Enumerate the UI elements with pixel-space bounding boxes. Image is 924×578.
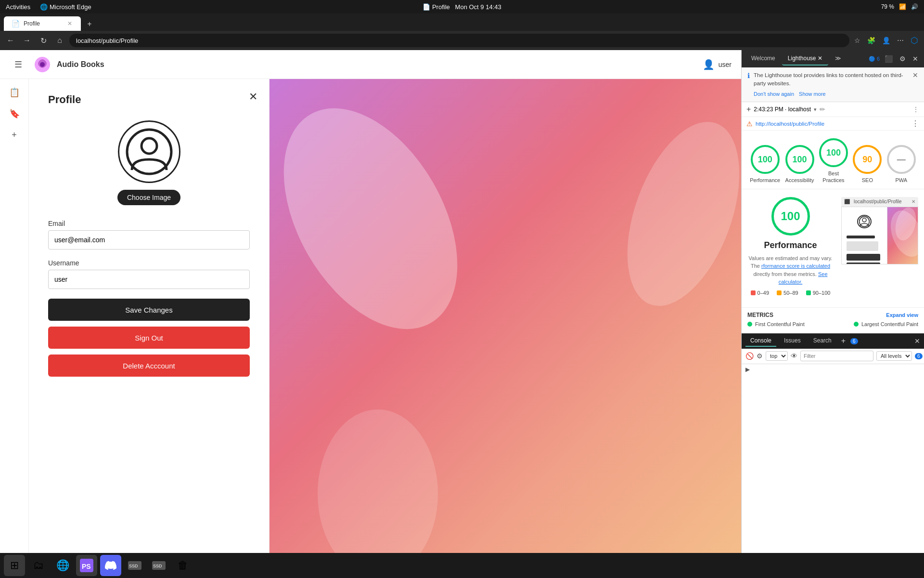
console-content: ▶	[742, 364, 924, 379]
devtools-tab-welcome[interactable]: Welcome	[745, 52, 781, 66]
console-filter-input[interactable]	[800, 351, 873, 361]
legend-pass: 90–100	[806, 290, 831, 296]
sign-out-btn[interactable]: Sign Out	[48, 327, 250, 349]
sidebar-doc-icon[interactable]: 📋	[6, 84, 23, 101]
app-indicator: 🌐 Microsoft Edge	[40, 3, 91, 11]
legend-fail: 0–49	[751, 290, 769, 296]
scores-area: 100 Performance 100 Accessibility 100 Be…	[742, 131, 924, 189]
close-profile-btn[interactable]: ✕	[249, 91, 257, 103]
devtools-tab-group: Welcome Lighthouse ✕ ≫	[745, 52, 847, 66]
warning-icon: ⚠	[746, 120, 753, 128]
taskbar-ssd2-btn[interactable]: SSD	[148, 555, 169, 576]
score-best-practices: 100 BestPractices	[819, 138, 848, 184]
profile-form-area: Profile ✕ Choose Image E	[29, 79, 270, 578]
add-run-btn[interactable]: +	[746, 105, 751, 114]
legend-fail-dot	[751, 290, 756, 295]
refresh-btn[interactable]: ↻	[37, 34, 50, 47]
deco-shape-1	[270, 79, 493, 359]
svg-text:SSD: SSD	[153, 564, 162, 568]
notice-close-btn[interactable]: ✕	[912, 71, 918, 79]
devtools-tab-more[interactable]: ≫	[829, 52, 847, 66]
network-icon: 📶	[899, 3, 906, 10]
best-practices-circle: 100	[819, 138, 848, 167]
svg-point-1	[40, 62, 45, 67]
forward-btn[interactable]: →	[20, 34, 34, 47]
extensions-icon[interactable]: 🧩	[865, 35, 877, 46]
show-more-link[interactable]: Show more	[799, 90, 826, 98]
home-btn[interactable]: ⌂	[53, 34, 66, 47]
save-changes-btn[interactable]: Save Changes	[48, 299, 250, 321]
url-more-btn[interactable]: ⋮	[911, 119, 919, 128]
user-area[interactable]: 👤 user	[703, 59, 732, 70]
clear-console-icon[interactable]: 🚫	[745, 352, 754, 360]
tab-close-btn[interactable]: ✕	[66, 19, 73, 28]
eye-icon[interactable]: 👁	[791, 352, 797, 360]
accessibility-circle: 100	[785, 145, 814, 174]
thumb-close-btn[interactable]: ✕	[911, 199, 915, 204]
settings-btn[interactable]: ⚙	[898, 54, 908, 64]
console-add-btn[interactable]: +	[839, 336, 847, 346]
issues-tab[interactable]: Issues	[779, 335, 806, 347]
console-tab[interactable]: Console	[745, 335, 776, 347]
new-tab-btn[interactable]: +	[83, 17, 96, 31]
run-label: 2:43:23 PM · localhost	[754, 106, 811, 113]
top-select[interactable]: top	[766, 351, 788, 361]
sidebar-add-icon[interactable]: +	[6, 126, 23, 144]
thumb-body	[841, 207, 918, 264]
devtools-icons: 🔵 6 ⬛ ⚙ ✕	[869, 54, 920, 64]
levels-select[interactable]: All levels	[876, 351, 912, 361]
perf-score-link[interactable]: rformance score is calculated	[761, 263, 830, 269]
thumb-line-4	[847, 263, 880, 264]
sidebar-bookmark-icon[interactable]: 🔖	[6, 105, 23, 122]
devtools-close-btn[interactable]: ✕	[911, 54, 920, 64]
devtools-tab-lighthouse[interactable]: Lighthouse ✕	[782, 52, 828, 66]
performance-label: Performance	[750, 177, 780, 184]
console-expand-arrow[interactable]: ▶	[745, 366, 750, 373]
thumb-avatar	[857, 215, 872, 228]
taskbar-discord-btn[interactable]	[100, 555, 121, 576]
more-menu-icon[interactable]: ⋯	[895, 35, 906, 46]
edit-run-btn[interactable]: ✏	[820, 105, 825, 113]
avatar-section: Choose Image	[48, 120, 250, 205]
choose-image-btn[interactable]: Choose Image	[117, 190, 180, 205]
metrics-title: METRICS	[747, 312, 773, 318]
volume-icon: 🔊	[911, 3, 918, 10]
taskbar-grid-btn[interactable]: ⊞	[4, 555, 25, 576]
taskbar-edge-btn[interactable]: 🌐	[52, 555, 73, 576]
run-dropdown[interactable]: ▾	[814, 106, 817, 113]
expand-view-link[interactable]: Expand view	[886, 312, 918, 318]
search-tab[interactable]: Search	[808, 335, 836, 347]
user-label: user	[719, 61, 732, 68]
taskbar-files-btn[interactable]: 🗂	[28, 555, 49, 576]
back-btn[interactable]: ←	[4, 34, 17, 47]
address-bar-input[interactable]	[69, 34, 849, 47]
console-close-btn[interactable]: ✕	[914, 337, 920, 345]
page-icon: 📄	[423, 3, 430, 11]
console-settings-icon[interactable]: ⚙	[757, 352, 763, 360]
profile-icon[interactable]: 👤	[880, 35, 892, 46]
sidebar-menu-icon[interactable]: ☰	[10, 56, 27, 73]
taskbar-ssd1-btn[interactable]: SSD	[124, 555, 145, 576]
delete-account-btn[interactable]: Delete Acccount	[48, 355, 250, 377]
perf-label-big: Performance	[747, 240, 834, 250]
taskbar-phpstorm-btn[interactable]: PS	[76, 555, 97, 576]
pwa-label: PWA	[895, 177, 907, 184]
more-run-btn[interactable]: ⋮	[912, 105, 919, 113]
email-input[interactable]	[48, 230, 250, 250]
browser-window: 📄 Profile ✕ + ← → ↻ ⌂ ☆ 🧩 👤 ⋯ ⬡ ☰	[0, 13, 924, 578]
email-group: Email	[48, 220, 250, 250]
os-datetime: Mon Oct 9 14:43	[455, 3, 501, 11]
taskbar-trash-btn[interactable]: 🗑	[172, 555, 193, 576]
bookmark-icon[interactable]: ☆	[852, 35, 862, 46]
username-group: Username	[48, 259, 250, 289]
console-count-badge: 6	[850, 338, 858, 344]
fcp-dot	[747, 322, 752, 327]
activities-label[interactable]: Activities	[6, 3, 30, 11]
username-input[interactable]	[48, 270, 250, 289]
edge-logo-icon[interactable]: ⬡	[909, 33, 920, 48]
dont-show-btn[interactable]: Don't show again	[754, 90, 794, 98]
metric-fcp: First Contentful Paint Largest Contentfu…	[747, 321, 918, 327]
dock-btn[interactable]: ⬛	[883, 54, 895, 64]
active-tab[interactable]: 📄 Profile ✕	[4, 16, 81, 31]
deco-shape-2	[605, 107, 741, 321]
